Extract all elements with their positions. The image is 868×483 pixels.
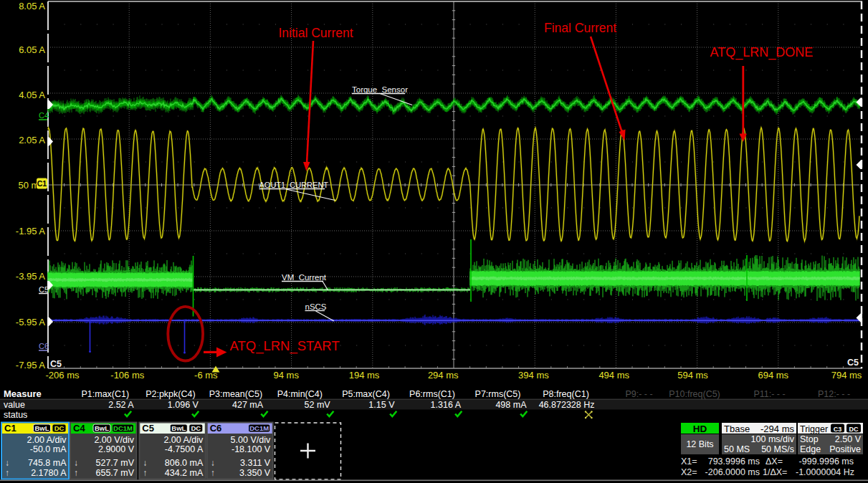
svg-text:-50.0 mA: -50.0 mA (30, 444, 67, 454)
svg-text:DC: DC (849, 426, 859, 433)
svg-text:1.316 A: 1.316 A (431, 400, 462, 410)
svg-text:794 ms: 794 ms (831, 370, 862, 381)
svg-text:52 mV: 52 mV (305, 400, 331, 410)
svg-text:C1: C1 (4, 423, 16, 434)
svg-text:100 ms/div: 100 ms/div (751, 434, 795, 444)
svg-text:C4: C4 (39, 111, 49, 120)
svg-text:HD: HD (693, 424, 707, 434)
svg-text:394 ms: 394 ms (518, 370, 549, 381)
svg-text:P7:rms(C5): P7:rms(C5) (475, 389, 521, 399)
svg-text:↓: ↓ (211, 458, 215, 468)
svg-text:434.2 mA: 434.2 mA (165, 468, 204, 478)
svg-text:DC1M: DC1M (113, 424, 133, 432)
svg-text:Final Current: Final Current (544, 21, 616, 35)
svg-text:-5.95 A: -5.95 A (16, 317, 46, 327)
svg-text:3.350 V: 3.350 V (239, 468, 271, 478)
svg-text:ΔX=: ΔX= (766, 456, 783, 467)
svg-text:P1:max(C1): P1:max(C1) (81, 389, 129, 399)
svg-text:ATQ_LRN_START: ATQ_LRN_START (230, 338, 340, 354)
svg-text:DC: DC (191, 424, 201, 432)
svg-text:-999.9996 ms: -999.9996 ms (799, 456, 854, 467)
svg-text:-4.7500 A: -4.7500 A (165, 444, 204, 454)
svg-text:3.311 V: 3.311 V (240, 458, 271, 468)
svg-text:-294 ms: -294 ms (760, 424, 794, 434)
svg-text:-3.95 A: -3.95 A (16, 271, 46, 282)
svg-text:↓: ↓ (5, 458, 9, 468)
svg-text:2.50 V: 2.50 V (835, 434, 862, 444)
svg-text:C5: C5 (50, 359, 62, 369)
svg-text:↑: ↑ (74, 468, 78, 478)
svg-text:Stop: Stop (800, 434, 819, 444)
svg-text:2.1780 A: 2.1780 A (31, 468, 67, 478)
svg-text:4.05 A: 4.05 A (19, 90, 45, 100)
svg-text:494 ms: 494 ms (598, 370, 629, 381)
svg-text:P12:- - -: P12:- - - (818, 389, 850, 399)
svg-text:C6: C6 (210, 423, 222, 434)
svg-text:DC1M: DC1M (249, 424, 269, 432)
svg-text:50 MS: 50 MS (724, 444, 750, 454)
svg-text:C3: C3 (834, 426, 842, 433)
svg-text:498 mA: 498 mA (495, 400, 527, 410)
svg-text:C5: C5 (847, 358, 859, 368)
svg-text:793.9996 ms: 793.9996 ms (708, 456, 760, 467)
svg-text:C5: C5 (142, 423, 154, 434)
svg-text:Torque_Sensor: Torque_Sensor (352, 85, 408, 94)
svg-text:527.7 mV: 527.7 mV (95, 458, 134, 468)
svg-text:P8:freq(C1): P8:freq(C1) (543, 389, 589, 399)
svg-text:P4:min(C4): P4:min(C4) (277, 389, 323, 399)
svg-text:Positive: Positive (829, 444, 861, 454)
svg-text:VM_Current: VM_Current (282, 273, 327, 282)
svg-text:46.872328 Hz: 46.872328 Hz (539, 400, 595, 410)
svg-text:-1.0000004 Hz: -1.0000004 Hz (796, 467, 854, 477)
svg-text:DC: DC (54, 424, 65, 432)
svg-text:Measure: Measure (4, 388, 42, 399)
svg-text:↑: ↑ (211, 468, 215, 478)
svg-text:Trigger: Trigger (800, 424, 828, 434)
svg-text:294 ms: 294 ms (428, 370, 459, 381)
svg-text:BwL: BwL (171, 424, 186, 432)
svg-text:427 mA: 427 mA (232, 400, 264, 410)
svg-text:↓: ↓ (74, 458, 78, 468)
svg-text:status: status (4, 410, 27, 420)
svg-text:AOUT1_CURRENT: AOUT1_CURRENT (259, 181, 329, 189)
svg-text:Edge: Edge (800, 444, 821, 454)
svg-text:12 Bits: 12 Bits (686, 439, 713, 449)
svg-text:X1=: X1= (681, 456, 697, 467)
svg-text:745.8 mA: 745.8 mA (28, 458, 67, 468)
svg-text:1.15 V: 1.15 V (368, 400, 395, 410)
svg-text:655.7 mV: 655.7 mV (95, 468, 134, 478)
svg-text:-206.0000 ms: -206.0000 ms (705, 467, 760, 477)
svg-text:Initial Current: Initial Current (279, 26, 353, 40)
svg-text:P10:freq(C5): P10:freq(C5) (669, 389, 720, 399)
svg-text:2.9000 V: 2.9000 V (98, 444, 135, 454)
svg-text:P5:max(C4): P5:max(C4) (342, 389, 390, 399)
svg-text:nSCS: nSCS (305, 302, 327, 311)
svg-text:50 MS/s: 50 MS/s (761, 444, 794, 454)
svg-text:694 ms: 694 ms (758, 370, 788, 381)
svg-text:P2:pkpk(C4): P2:pkpk(C4) (146, 389, 195, 399)
svg-text:194 ms: 194 ms (349, 370, 380, 381)
svg-text:2.52 A: 2.52 A (108, 400, 134, 410)
svg-text:↑: ↑ (5, 468, 9, 478)
svg-text:P6:rms(C1): P6:rms(C1) (409, 389, 455, 399)
svg-text:P3:mean(C5): P3:mean(C5) (209, 389, 262, 399)
svg-text:594 ms: 594 ms (677, 370, 708, 381)
svg-text:Tbase: Tbase (724, 424, 750, 434)
svg-text:-7.95 A: -7.95 A (16, 360, 46, 370)
svg-text:-206 ms: -206 ms (46, 370, 80, 381)
svg-text:BwL: BwL (34, 424, 49, 432)
svg-text:94 ms: 94 ms (273, 370, 299, 381)
svg-text:P11:- - -: P11:- - - (753, 389, 785, 399)
svg-text:C4: C4 (73, 423, 85, 434)
svg-text:806.0 mA: 806.0 mA (165, 458, 204, 468)
svg-text:X2=: X2= (681, 467, 697, 477)
svg-text:-18.100 V: -18.100 V (232, 444, 271, 454)
svg-text:1/ΔX=: 1/ΔX= (763, 467, 787, 477)
svg-text:-1.95 A: -1.95 A (16, 226, 46, 236)
svg-text:1.096 V: 1.096 V (168, 400, 199, 410)
svg-text:-106 ms: -106 ms (110, 370, 144, 381)
svg-text:value: value (4, 400, 25, 410)
svg-text:P9:- - -: P9:- - - (625, 389, 652, 399)
svg-text:C1: C1 (37, 179, 47, 188)
svg-text:↓: ↓ (143, 458, 147, 468)
